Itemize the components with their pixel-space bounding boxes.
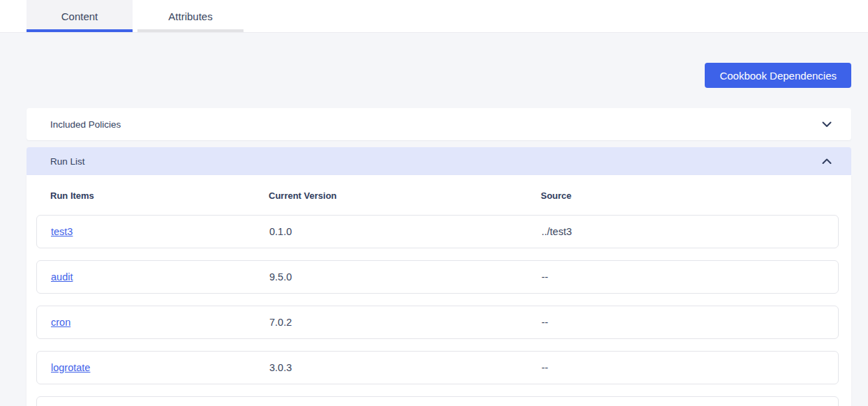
table-row: test3 0.1.0 ../test3 <box>36 215 839 248</box>
included-policies-panel-header[interactable]: Included Policies <box>27 108 851 140</box>
current-version-value: 9.5.0 <box>269 271 541 283</box>
table-row: cron 7.0.2 -- <box>36 306 839 339</box>
source-value: -- <box>541 271 838 283</box>
page-content: Cookbook Dependencies Included Policies … <box>0 33 868 406</box>
cookbook-dependencies-button[interactable]: Cookbook Dependencies <box>705 63 851 88</box>
source-value: ../test3 <box>541 226 838 237</box>
tab-content[interactable]: Content <box>27 0 133 32</box>
tab-attributes[interactable]: Attributes <box>137 0 244 32</box>
toolbar: Cookbook Dependencies <box>27 33 851 88</box>
current-version-value: 0.1.0 <box>269 226 541 237</box>
included-policies-title: Included Policies <box>50 119 121 130</box>
active-tab-underline <box>27 29 133 32</box>
run-item-link[interactable]: audit <box>51 271 73 283</box>
run-item-link[interactable]: logrotate <box>51 362 90 373</box>
tab-content-label: Content <box>61 10 98 22</box>
source-value: -- <box>541 317 838 328</box>
run-list-panel-header[interactable]: Run List <box>27 147 851 175</box>
current-version-value: 7.0.2 <box>269 317 541 328</box>
run-list-table-header: Run Items Current Version Source <box>27 175 851 215</box>
inactive-tab-underline <box>137 29 244 32</box>
table-row: logrotate 3.0.3 -- <box>36 351 839 384</box>
column-header-run-items: Run Items <box>50 190 269 201</box>
chevron-down-icon <box>822 121 832 128</box>
table-row: audit 9.5.0 -- <box>36 260 839 294</box>
run-list-body: Run Items Current Version Source test3 0… <box>27 175 851 406</box>
run-list-rows: test3 0.1.0 ../test3 audit 9.5.0 -- cron… <box>27 215 851 384</box>
current-version-value: 3.0.3 <box>269 362 541 373</box>
column-header-current-version: Current Version <box>269 190 541 201</box>
run-list-title: Run List <box>50 156 85 167</box>
table-row-partial <box>36 396 839 406</box>
tab-attributes-label: Attributes <box>168 10 212 22</box>
chevron-up-icon <box>822 158 832 165</box>
source-value: -- <box>541 362 838 373</box>
column-header-source: Source <box>541 190 851 201</box>
run-item-link[interactable]: test3 <box>51 226 73 237</box>
tab-bar: Content Attributes <box>0 0 868 33</box>
run-item-link[interactable]: cron <box>51 317 70 328</box>
